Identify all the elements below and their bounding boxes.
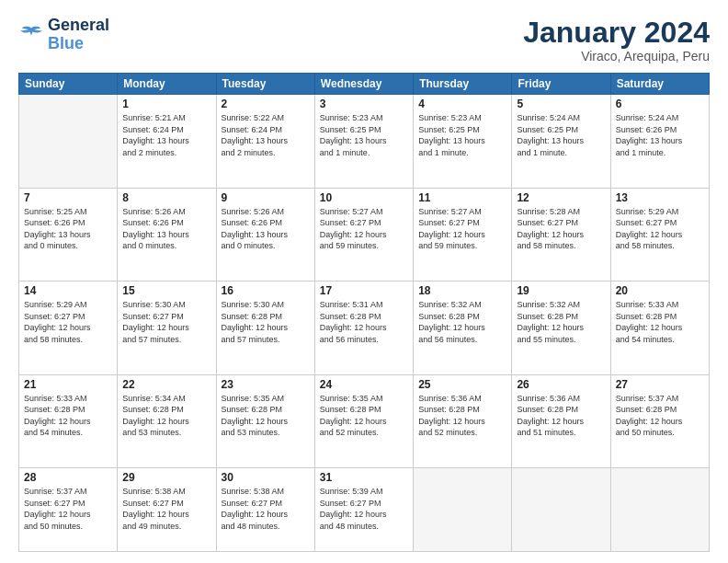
day-info: Sunrise: 5:31 AM Sunset: 6:28 PM Dayligh… (320, 299, 408, 345)
day-number: 26 (517, 378, 605, 391)
calendar: SundayMondayTuesdayWednesdayThursdayFrid… (18, 73, 710, 552)
calendar-cell: 4Sunrise: 5:23 AM Sunset: 6:25 PM Daylig… (414, 95, 512, 188)
day-number: 31 (320, 471, 408, 484)
day-info: Sunrise: 5:24 AM Sunset: 6:25 PM Dayligh… (517, 112, 605, 158)
calendar-cell: 13Sunrise: 5:29 AM Sunset: 6:27 PM Dayli… (610, 188, 709, 281)
calendar-week-row: 7Sunrise: 5:25 AM Sunset: 6:26 PM Daylig… (19, 188, 710, 281)
header: General Blue January 2024 Viraco, Arequi… (18, 17, 710, 63)
day-number: 17 (320, 284, 408, 297)
day-info: Sunrise: 5:21 AM Sunset: 6:24 PM Dayligh… (122, 112, 210, 158)
day-info: Sunrise: 5:32 AM Sunset: 6:28 PM Dayligh… (517, 299, 605, 345)
day-info: Sunrise: 5:30 AM Sunset: 6:28 PM Dayligh… (222, 299, 310, 345)
day-number: 10 (320, 191, 408, 204)
calendar-cell: 1Sunrise: 5:21 AM Sunset: 6:24 PM Daylig… (118, 95, 216, 188)
day-info: Sunrise: 5:30 AM Sunset: 6:27 PM Dayligh… (122, 299, 210, 345)
weekday-header: Saturday (610, 74, 709, 95)
day-number: 27 (616, 378, 704, 391)
day-number: 29 (122, 471, 210, 484)
calendar-cell: 31Sunrise: 5:39 AM Sunset: 6:27 PM Dayli… (314, 468, 413, 552)
day-number: 14 (24, 284, 112, 297)
day-number: 11 (418, 191, 506, 204)
calendar-header: SundayMondayTuesdayWednesdayThursdayFrid… (19, 74, 710, 95)
day-number: 7 (24, 191, 112, 204)
day-number: 1 (122, 98, 210, 110)
calendar-body: 1Sunrise: 5:21 AM Sunset: 6:24 PM Daylig… (19, 95, 710, 552)
day-number: 9 (222, 191, 310, 204)
day-number: 25 (418, 378, 506, 391)
day-info: Sunrise: 5:33 AM Sunset: 6:28 PM Dayligh… (24, 393, 112, 439)
day-info: Sunrise: 5:38 AM Sunset: 6:27 PM Dayligh… (222, 486, 310, 532)
day-info: Sunrise: 5:35 AM Sunset: 6:28 PM Dayligh… (222, 393, 310, 439)
calendar-week-row: 1Sunrise: 5:21 AM Sunset: 6:24 PM Daylig… (19, 95, 710, 188)
day-info: Sunrise: 5:24 AM Sunset: 6:26 PM Dayligh… (616, 112, 704, 158)
calendar-cell: 20Sunrise: 5:33 AM Sunset: 6:28 PM Dayli… (610, 282, 709, 374)
day-info: Sunrise: 5:33 AM Sunset: 6:28 PM Dayligh… (616, 299, 704, 345)
calendar-cell: 3Sunrise: 5:23 AM Sunset: 6:25 PM Daylig… (314, 95, 413, 188)
day-number: 12 (517, 191, 605, 204)
logo-icon (18, 25, 44, 45)
day-number: 28 (24, 471, 112, 484)
calendar-cell (610, 468, 709, 552)
calendar-cell: 10Sunrise: 5:27 AM Sunset: 6:27 PM Dayli… (314, 188, 413, 281)
day-info: Sunrise: 5:27 AM Sunset: 6:27 PM Dayligh… (320, 206, 408, 252)
day-info: Sunrise: 5:35 AM Sunset: 6:28 PM Dayligh… (320, 393, 408, 439)
calendar-cell: 26Sunrise: 5:36 AM Sunset: 6:28 PM Dayli… (512, 374, 610, 467)
weekday-header: Tuesday (216, 74, 314, 95)
calendar-cell: 18Sunrise: 5:32 AM Sunset: 6:28 PM Dayli… (414, 282, 512, 374)
day-number: 24 (320, 378, 408, 391)
calendar-cell (19, 95, 118, 188)
calendar-cell: 8Sunrise: 5:26 AM Sunset: 6:26 PM Daylig… (118, 188, 216, 281)
calendar-cell (414, 468, 512, 552)
logo-text: General Blue (48, 17, 109, 53)
page: General Blue January 2024 Viraco, Arequi… (0, 0, 728, 563)
calendar-cell (512, 468, 610, 552)
subtitle: Viraco, Arequipa, Peru (523, 49, 710, 63)
calendar-week-row: 28Sunrise: 5:37 AM Sunset: 6:27 PM Dayli… (19, 468, 710, 552)
day-info: Sunrise: 5:29 AM Sunset: 6:27 PM Dayligh… (616, 206, 704, 252)
calendar-cell: 11Sunrise: 5:27 AM Sunset: 6:27 PM Dayli… (414, 188, 512, 281)
calendar-week-row: 14Sunrise: 5:29 AM Sunset: 6:27 PM Dayli… (19, 282, 710, 374)
calendar-week-row: 21Sunrise: 5:33 AM Sunset: 6:28 PM Dayli… (19, 374, 710, 467)
day-number: 21 (24, 378, 112, 391)
main-title: January 2024 (523, 17, 710, 49)
weekday-header: Monday (118, 74, 216, 95)
day-info: Sunrise: 5:39 AM Sunset: 6:27 PM Dayligh… (320, 486, 408, 532)
calendar-cell: 27Sunrise: 5:37 AM Sunset: 6:28 PM Dayli… (610, 374, 709, 467)
day-number: 16 (222, 284, 310, 297)
logo: General Blue (18, 17, 109, 53)
calendar-cell: 14Sunrise: 5:29 AM Sunset: 6:27 PM Dayli… (19, 282, 118, 374)
day-info: Sunrise: 5:32 AM Sunset: 6:28 PM Dayligh… (418, 299, 506, 345)
calendar-cell: 21Sunrise: 5:33 AM Sunset: 6:28 PM Dayli… (19, 374, 118, 467)
day-info: Sunrise: 5:36 AM Sunset: 6:28 PM Dayligh… (517, 393, 605, 439)
calendar-cell: 28Sunrise: 5:37 AM Sunset: 6:27 PM Dayli… (19, 468, 118, 552)
day-number: 22 (122, 378, 210, 391)
calendar-cell: 17Sunrise: 5:31 AM Sunset: 6:28 PM Dayli… (314, 282, 413, 374)
day-info: Sunrise: 5:28 AM Sunset: 6:27 PM Dayligh… (517, 206, 605, 252)
calendar-cell: 19Sunrise: 5:32 AM Sunset: 6:28 PM Dayli… (512, 282, 610, 374)
day-number: 2 (222, 98, 310, 110)
calendar-cell: 12Sunrise: 5:28 AM Sunset: 6:27 PM Dayli… (512, 188, 610, 281)
day-info: Sunrise: 5:34 AM Sunset: 6:28 PM Dayligh… (122, 393, 210, 439)
day-info: Sunrise: 5:27 AM Sunset: 6:27 PM Dayligh… (418, 206, 506, 252)
day-number: 30 (222, 471, 310, 484)
calendar-cell: 15Sunrise: 5:30 AM Sunset: 6:27 PM Dayli… (118, 282, 216, 374)
day-number: 8 (122, 191, 210, 204)
calendar-cell: 2Sunrise: 5:22 AM Sunset: 6:24 PM Daylig… (216, 95, 314, 188)
day-number: 18 (418, 284, 506, 297)
weekday-header: Thursday (414, 74, 512, 95)
day-info: Sunrise: 5:38 AM Sunset: 6:27 PM Dayligh… (122, 486, 210, 532)
calendar-cell: 30Sunrise: 5:38 AM Sunset: 6:27 PM Dayli… (216, 468, 314, 552)
weekday-header: Sunday (19, 74, 118, 95)
day-info: Sunrise: 5:26 AM Sunset: 6:26 PM Dayligh… (122, 206, 210, 252)
day-number: 15 (122, 284, 210, 297)
day-number: 20 (616, 284, 704, 297)
day-info: Sunrise: 5:23 AM Sunset: 6:25 PM Dayligh… (418, 112, 506, 158)
calendar-cell: 16Sunrise: 5:30 AM Sunset: 6:28 PM Dayli… (216, 282, 314, 374)
day-info: Sunrise: 5:26 AM Sunset: 6:26 PM Dayligh… (222, 206, 310, 252)
weekday-header: Wednesday (314, 74, 413, 95)
calendar-cell: 9Sunrise: 5:26 AM Sunset: 6:26 PM Daylig… (216, 188, 314, 281)
day-number: 6 (616, 98, 704, 110)
day-info: Sunrise: 5:37 AM Sunset: 6:27 PM Dayligh… (24, 486, 112, 532)
day-info: Sunrise: 5:29 AM Sunset: 6:27 PM Dayligh… (24, 299, 112, 345)
day-info: Sunrise: 5:36 AM Sunset: 6:28 PM Dayligh… (418, 393, 506, 439)
